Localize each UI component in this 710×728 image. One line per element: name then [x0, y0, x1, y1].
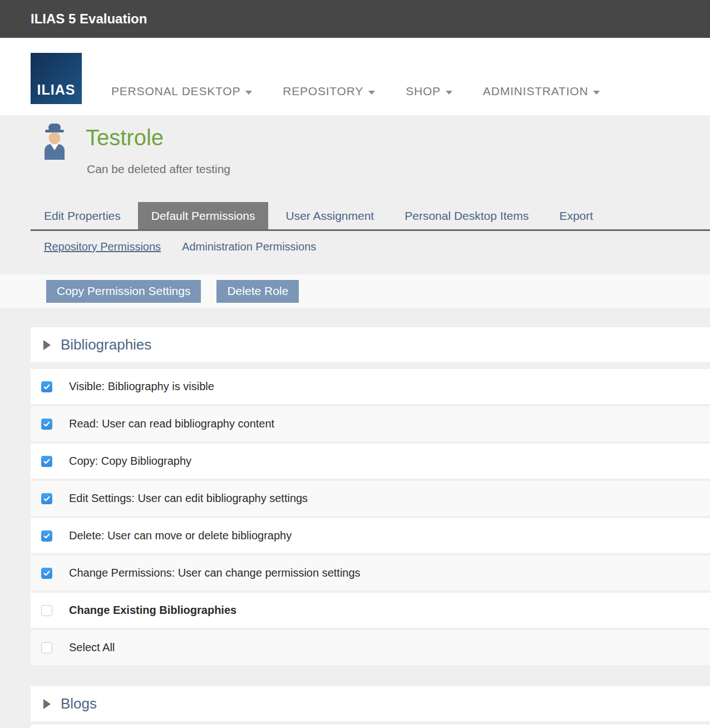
nav-item-repository[interactable]: REPOSITORY	[283, 85, 375, 98]
section-bibliographies: BibliographiesVisible: Bibliography is v…	[31, 327, 710, 665]
permission-row: Change Permissions: User can change perm…	[31, 555, 710, 591]
permission-row: Copy: Copy Bibliography	[31, 444, 710, 479]
permission-row: Select All	[31, 630, 710, 665]
delete-role-button[interactable]: Delete Role	[216, 280, 299, 303]
checkbox-checked-icon[interactable]	[41, 456, 52, 467]
app-header: ILIAS PERSONAL DESKTOPREPOSITORYSHOPADMI…	[0, 38, 710, 115]
nav-item-administration[interactable]: ADMINISTRATION	[483, 85, 600, 98]
caret-down-icon	[446, 91, 452, 95]
permission-row: Delete: User can move or delete bibliogr…	[31, 518, 710, 553]
caret-down-icon	[245, 91, 252, 95]
permission-sections: BibliographiesVisible: Bibliography is v…	[31, 327, 710, 728]
tab-personal-desktop-items[interactable]: Personal Desktop Items	[391, 202, 542, 229]
permission-row: Change Existing Bibliographies	[31, 593, 710, 628]
tab-export[interactable]: Export	[546, 202, 607, 229]
permission-label: Visible: Bibliography is visible	[69, 380, 214, 393]
page-title: Testrole	[86, 125, 164, 150]
permission-label: Change Existing Bibliographies	[69, 604, 236, 617]
permission-label: Change Permissions: User can change perm…	[69, 567, 361, 579]
nav-item-label: PERSONAL DESKTOP	[111, 85, 240, 98]
permission-label: Copy: Copy Bibliography	[69, 455, 191, 468]
permission-row: Visible: Bibliography is visible	[31, 369, 710, 404]
nav-item-label: REPOSITORY	[283, 85, 363, 98]
tab-edit-properties[interactable]: Edit Properties	[31, 202, 134, 229]
nav-item-label: ADMINISTRATION	[483, 85, 588, 98]
checkbox-unchecked-icon[interactable]	[41, 605, 52, 616]
section-header-bibliographies[interactable]: Bibliographies	[31, 327, 710, 362]
subtab-administration-permissions[interactable]: Administration Permissions	[182, 240, 316, 254]
triangle-right-icon	[43, 340, 51, 350]
ilias-logo[interactable]: ILIAS	[31, 53, 82, 104]
checkbox-checked-icon[interactable]	[41, 568, 52, 579]
role-avatar-icon	[43, 123, 66, 162]
checkbox-checked-icon[interactable]	[41, 493, 52, 504]
permission-label: Read: User can read bibliography content	[69, 417, 274, 430]
topbar: ILIAS 5 Evaluation	[0, 0, 710, 38]
section-title: Bibliographies	[61, 336, 151, 353]
section-header-blogs[interactable]: Blogs	[31, 686, 710, 721]
copy-permission-settings-button[interactable]: Copy Permission Settings	[46, 280, 201, 303]
triangle-right-icon	[43, 699, 51, 709]
nav-item-personal-desktop[interactable]: PERSONAL DESKTOP	[111, 85, 252, 98]
nav-item-shop[interactable]: SHOP	[406, 85, 452, 98]
ilias-logo-text: ILIAS	[37, 82, 76, 98]
section-title: Blogs	[61, 695, 97, 712]
checkbox-unchecked-icon[interactable]	[41, 642, 52, 653]
app-title: ILIAS 5 Evaluation	[31, 11, 147, 27]
permission-label: Select All	[69, 641, 115, 654]
checkbox-checked-icon[interactable]	[41, 419, 52, 430]
subtab-repository-permissions[interactable]: Repository Permissions	[44, 240, 161, 254]
main-nav: PERSONAL DESKTOPREPOSITORYSHOPADMINISTRA…	[111, 85, 600, 98]
toolbar: Copy Permission Settings Delete Role	[0, 274, 710, 308]
subtab-bar: Repository PermissionsAdministration Per…	[44, 240, 710, 254]
checkbox-checked-icon[interactable]	[41, 530, 52, 542]
nav-item-label: SHOP	[406, 85, 441, 98]
section-blogs: Blogs	[31, 686, 710, 728]
permission-label: Delete: User can move or delete bibliogr…	[69, 529, 292, 542]
caret-down-icon	[593, 91, 600, 95]
truncated-row	[31, 725, 710, 728]
permission-label: Edit Settings: User can edit bibliograph…	[69, 492, 308, 505]
caret-down-icon	[368, 91, 375, 95]
tab-bar: Edit PropertiesDefault PermissionsUser A…	[31, 202, 710, 231]
role-header: Testrole Can be deleted after testing	[0, 115, 710, 202]
permission-row: Edit Settings: User can edit bibliograph…	[31, 481, 710, 516]
tab-user-assignment[interactable]: User Assignment	[272, 202, 387, 229]
permission-row: Read: User can read bibliography content	[31, 406, 710, 441]
checkbox-checked-icon[interactable]	[41, 381, 52, 392]
page-subtitle: Can be deleted after testing	[87, 163, 230, 176]
tab-default-permissions[interactable]: Default Permissions	[138, 202, 269, 229]
